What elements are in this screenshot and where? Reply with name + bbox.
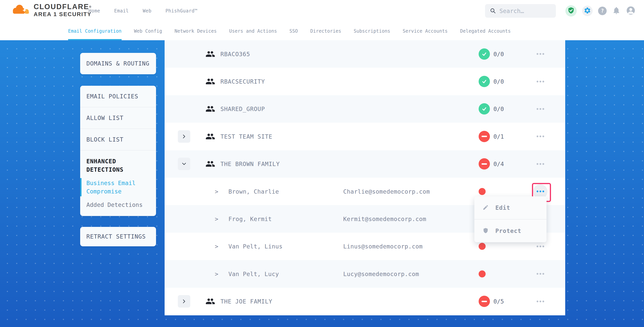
tab-web-config[interactable]: Web Config bbox=[134, 22, 162, 40]
status-ok-badge bbox=[478, 48, 490, 60]
user-row-chevron: > bbox=[215, 243, 218, 250]
sidebar-card-domains-routing[interactable]: DOMAINS & ROUTING bbox=[80, 53, 156, 74]
collapse-group-button[interactable] bbox=[178, 158, 190, 170]
sidebar-card-retract-settings[interactable]: RETRACT SETTINGS bbox=[80, 227, 156, 246]
user-row-chevron: > bbox=[215, 271, 218, 277]
protected-count: 0/5 bbox=[494, 298, 504, 305]
context-menu-item-edit[interactable]: Edit bbox=[474, 196, 546, 219]
brand-name: CLOUDFLARE bbox=[34, 3, 89, 11]
ellipsis-icon bbox=[536, 273, 544, 275]
nav-item-home[interactable]: Home bbox=[88, 8, 100, 13]
row-actions-ellipsis-button[interactable] bbox=[533, 47, 548, 61]
sidebar-item-block-list[interactable]: BLOCK LIST bbox=[80, 129, 156, 150]
settings-button[interactable] bbox=[582, 6, 593, 16]
tab-subscriptions[interactable]: Subscriptions bbox=[354, 22, 390, 40]
protected-count: 0/1 bbox=[494, 133, 504, 140]
user-name: Brown, Charlie bbox=[228, 188, 279, 195]
cloudflare-cloud-icon bbox=[11, 3, 31, 16]
sidebar-item-domains-routing: DOMAINS & ROUTING bbox=[80, 60, 150, 67]
tab-network-devices[interactable]: Network Devices bbox=[174, 22, 217, 40]
status-alert-badge bbox=[478, 296, 490, 307]
row-actions-ellipsis-button[interactable] bbox=[533, 129, 548, 144]
search-input[interactable] bbox=[499, 7, 550, 14]
check-icon bbox=[481, 51, 487, 57]
security-status-button[interactable] bbox=[566, 5, 577, 16]
minus-icon bbox=[482, 136, 487, 137]
group-icon bbox=[206, 160, 215, 168]
ellipsis-icon bbox=[536, 81, 544, 82]
sidebar-item-retract-settings: RETRACT SETTINGS bbox=[80, 233, 146, 240]
row-actions-ellipsis-button[interactable] bbox=[533, 294, 548, 309]
ellipsis-icon bbox=[536, 191, 544, 192]
ellipsis-icon bbox=[536, 135, 544, 137]
tab-email-configuration[interactable]: Email Configuration bbox=[68, 22, 122, 40]
cloudflare-logo: CLOUDFLARE® AREA 1 SECURITY bbox=[11, 3, 92, 17]
search-icon bbox=[490, 7, 496, 14]
ellipsis-icon bbox=[536, 53, 544, 55]
table-row-group-shared-group: SHARED_GROUP0/0 bbox=[164, 95, 565, 123]
user-email: Linus@somedemocorp.com bbox=[343, 243, 422, 250]
minus-icon bbox=[482, 301, 487, 302]
status-alert-badge bbox=[478, 158, 490, 170]
row-actions-ellipsis-button[interactable] bbox=[533, 157, 548, 171]
app-header: CLOUDFLARE® AREA 1 SECURITY HomeEmailWeb… bbox=[0, 0, 644, 22]
header-icon-group: ? bbox=[566, 0, 636, 22]
sidebar-item-added-detections[interactable]: Added Detections bbox=[86, 201, 150, 209]
row-context-menu: Edit Protect bbox=[474, 196, 546, 242]
tab-delegated-accounts[interactable]: Delegated Accounts bbox=[460, 22, 511, 40]
status-alert-badge bbox=[478, 131, 490, 142]
shield-icon bbox=[482, 228, 489, 235]
group-name: THE BROWN FAMILY bbox=[220, 161, 280, 167]
sidebar-section-enhanced-detections: ENHANCED DETECTIONS Business Email Compr… bbox=[80, 150, 156, 216]
expand-group-button[interactable] bbox=[178, 295, 190, 308]
area1-security-app: CLOUDFLARE® AREA 1 SECURITY HomeEmailWeb… bbox=[0, 0, 644, 327]
group-name: RBACO365 bbox=[220, 50, 250, 57]
gear-icon bbox=[584, 7, 591, 15]
protected-count: 0/0 bbox=[494, 78, 504, 85]
status-alert-dot bbox=[478, 188, 486, 195]
group-name: THE JOE FAMILY bbox=[220, 298, 272, 305]
status-ok-badge bbox=[478, 103, 490, 114]
user-row-chevron: > bbox=[215, 188, 218, 195]
table-row-group-the-joe-family: THE JOE FAMILY0/5 bbox=[164, 288, 565, 315]
sidebar-item-email-policies[interactable]: EMAIL POLICIES bbox=[80, 86, 156, 107]
protected-count: 0/0 bbox=[494, 50, 504, 57]
group-name: TEST TEAM SITE bbox=[220, 133, 272, 140]
user-email: Lucy@somedemocorp.com bbox=[343, 271, 419, 277]
group-name: RBACSECURITY bbox=[220, 78, 265, 85]
context-menu-item-protect[interactable]: Protect bbox=[474, 219, 546, 242]
nav-item-phishguard[interactable]: PhishGuard™ bbox=[166, 8, 197, 13]
row-actions-ellipsis-button[interactable] bbox=[533, 267, 548, 281]
table-row-group-rbaco365: RBACO3650/0 bbox=[164, 40, 565, 68]
search-box bbox=[485, 4, 556, 18]
status-alert-dot bbox=[478, 271, 486, 278]
account-button[interactable] bbox=[626, 6, 636, 16]
tab-directories[interactable]: Directories bbox=[310, 22, 341, 40]
group-icon bbox=[206, 105, 215, 113]
account-icon bbox=[626, 6, 636, 16]
enhanced-detections-title: ENHANCED DETECTIONS bbox=[86, 157, 150, 174]
tab-service-accounts[interactable]: Service Accounts bbox=[403, 22, 448, 40]
tab-users-and-actions[interactable]: Users and Actions bbox=[229, 22, 277, 40]
status-ok-badge bbox=[478, 76, 490, 87]
group-icon bbox=[206, 132, 215, 141]
expand-group-button[interactable] bbox=[178, 130, 190, 143]
ellipsis-icon bbox=[536, 301, 544, 302]
help-button[interactable]: ? bbox=[598, 6, 607, 15]
user-row-chevron: > bbox=[215, 216, 218, 222]
row-actions-ellipsis-button[interactable] bbox=[533, 102, 548, 116]
nav-item-email[interactable]: Email bbox=[114, 8, 129, 13]
tab-sso[interactable]: SSO bbox=[289, 22, 298, 40]
row-actions-ellipsis-button[interactable] bbox=[533, 74, 548, 89]
protected-count: 0/4 bbox=[494, 161, 504, 167]
chevron-right-icon bbox=[181, 134, 187, 139]
context-menu-edit-label: Edit bbox=[495, 204, 510, 211]
nav-item-web[interactable]: Web bbox=[143, 8, 152, 13]
sidebar-item-allow-list[interactable]: ALLOW LIST bbox=[80, 107, 156, 129]
chevron-right-icon bbox=[181, 299, 187, 304]
sidebar-item-business-email-compromise[interactable]: Business Email Compromise bbox=[86, 179, 150, 196]
table-row-group-rbacsecurity: RBACSECURITY0/0 bbox=[164, 68, 565, 95]
question-mark-icon: ? bbox=[601, 8, 604, 14]
ellipsis-icon bbox=[536, 163, 544, 165]
notifications-button[interactable] bbox=[612, 6, 621, 15]
